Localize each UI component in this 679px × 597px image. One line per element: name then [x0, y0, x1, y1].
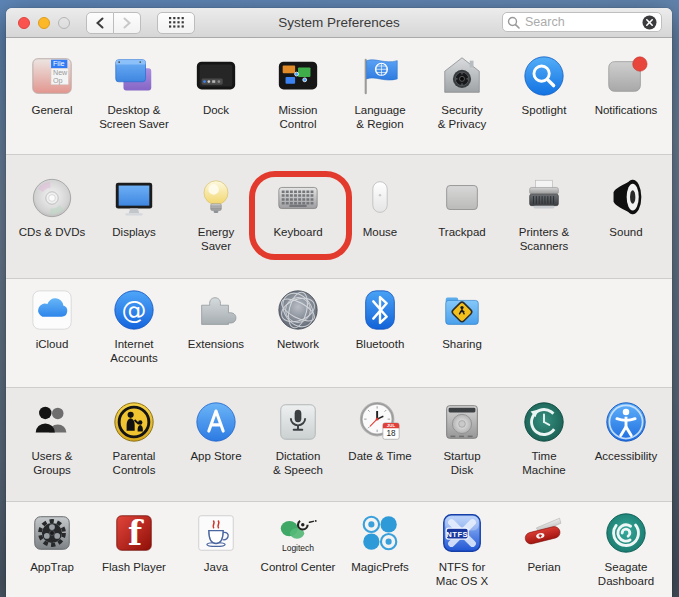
pref-item-label: Displays — [112, 225, 155, 239]
search-field[interactable] — [502, 12, 662, 32]
pref-item-perian[interactable]: Perian — [503, 508, 585, 593]
pref-item-desktop-screen-saver[interactable]: Desktop & Screen Saver — [93, 51, 175, 154]
app-store-icon — [193, 397, 239, 447]
pref-item-date-time[interactable]: JUL 18 Date & Time — [339, 397, 421, 501]
pref-item-keyboard[interactable]: Keyboard — [257, 173, 339, 278]
accessibility-icon — [603, 397, 649, 447]
language-region-icon — [357, 51, 403, 101]
keyboard-icon — [275, 173, 321, 223]
clear-search-icon[interactable] — [642, 15, 657, 30]
pref-item-magicprefs[interactable]: MagicPrefs — [339, 508, 421, 593]
search-icon — [507, 16, 520, 29]
flash-player-icon: f — [111, 508, 157, 558]
pref-item-displays[interactable]: Displays — [93, 173, 175, 278]
pref-item-label: Sharing — [442, 337, 482, 351]
perian-icon — [521, 508, 567, 558]
pref-item-extensions[interactable]: Extensions — [175, 285, 257, 387]
pref-item-label: Parental Controls — [113, 449, 156, 477]
pref-item-label: Control Center — [261, 560, 336, 574]
seagate-dashboard-icon — [603, 508, 649, 558]
logitech-control-center-icon: Logitech — [275, 508, 321, 558]
pref-item-cds-dvds[interactable]: CDs & DVDs — [11, 173, 93, 278]
forward-button[interactable] — [114, 12, 141, 34]
notifications-icon — [603, 51, 649, 101]
pref-item-dictation-speech[interactable]: Dictation & Speech — [257, 397, 339, 501]
pref-item-users-groups[interactable]: Users & Groups — [11, 397, 93, 501]
pref-item-label: Users & Groups — [32, 449, 73, 477]
pref-item-printers-scanners[interactable]: Printers & Scanners — [503, 173, 585, 278]
icloud-icon — [29, 285, 75, 335]
svg-text:NTFS: NTFS — [446, 530, 468, 539]
pref-item-label: Language & Region — [354, 103, 405, 131]
dock-icon — [193, 51, 239, 101]
pref-item-network[interactable]: Network — [257, 285, 339, 387]
sound-icon — [603, 173, 649, 223]
pref-item-dock[interactable]: Dock — [175, 51, 257, 154]
pref-item-seagate-dashboard[interactable]: Seagate Dashboard — [585, 508, 667, 593]
pref-item-label: Trackpad — [438, 225, 486, 239]
pref-item-ntfs-for-mac[interactable]: NTFS NTFS for Mac OS X — [421, 508, 503, 593]
pref-item-label: Keyboard — [273, 225, 322, 239]
pref-item-flash-player[interactable]: f Flash Player — [93, 508, 175, 593]
pref-item-java[interactable]: Java — [175, 508, 257, 593]
pref-item-label: Bluetooth — [356, 337, 405, 351]
pref-item-accessibility[interactable]: Accessibility — [585, 397, 667, 501]
pref-item-label: Flash Player — [102, 560, 166, 574]
date-time-icon: JUL 18 — [357, 397, 403, 447]
pref-item-sharing[interactable]: Sharing — [421, 285, 503, 387]
pref-item-trackpad[interactable]: Trackpad — [421, 173, 503, 278]
pref-item-bluetooth[interactable]: Bluetooth — [339, 285, 421, 387]
pref-item-label: App Store — [190, 449, 241, 463]
pref-item-general[interactable]: File New Op General — [11, 51, 93, 154]
pref-item-parental-controls[interactable]: Parental Controls — [93, 397, 175, 501]
minimize-button[interactable] — [38, 17, 50, 29]
pref-item-label: AppTrap — [30, 560, 74, 574]
pref-item-time-machine[interactable]: Time Machine — [503, 397, 585, 501]
printers-scanners-icon — [521, 173, 567, 223]
pref-item-apptrap[interactable]: AppTrap — [11, 508, 93, 593]
pref-item-icloud[interactable]: iCloud — [11, 285, 93, 387]
displays-icon — [111, 173, 157, 223]
pref-item-label: Printers & Scanners — [519, 225, 570, 253]
pref-item-energy-saver[interactable]: Energy Saver — [175, 173, 257, 278]
show-all-button[interactable] — [157, 12, 195, 34]
dictation-speech-icon — [275, 397, 321, 447]
sharing-icon — [439, 285, 485, 335]
logitech-brand-text: Logitech — [282, 544, 314, 553]
pref-item-notifications[interactable]: Notifications — [585, 51, 667, 154]
pref-item-startup-disk[interactable]: Startup Disk — [421, 397, 503, 501]
pref-item-language-region[interactable]: Language & Region — [339, 51, 421, 154]
pref-item-sound[interactable]: Sound — [585, 173, 667, 278]
pref-item-internet-accounts[interactable]: @ Internet Accounts — [93, 285, 175, 387]
pref-item-label: CDs & DVDs — [19, 225, 85, 239]
pref-item-label: Extensions — [188, 337, 244, 351]
pref-item-spotlight[interactable]: Spotlight — [503, 51, 585, 154]
chevron-left-icon — [95, 17, 105, 29]
pref-item-label: Startup Disk — [443, 449, 480, 477]
pref-item-label: Network — [277, 337, 319, 351]
svg-text:18: 18 — [386, 429, 396, 438]
time-machine-icon — [521, 397, 567, 447]
close-button[interactable] — [18, 17, 30, 29]
pref-item-mouse[interactable]: Mouse — [339, 173, 421, 278]
pref-item-label: MagicPrefs — [351, 560, 409, 574]
pref-item-label: Accessibility — [595, 449, 658, 463]
svg-text:File: File — [53, 60, 65, 68]
svg-text:f: f — [128, 514, 144, 553]
back-button[interactable] — [86, 12, 114, 34]
pref-item-label: Security & Privacy — [438, 103, 487, 131]
cds-dvds-icon — [29, 173, 75, 223]
pref-item-mission-control[interactable]: Mission Control — [257, 51, 339, 154]
pref-item-security-privacy[interactable]: Security & Privacy — [421, 51, 503, 154]
window-controls — [18, 17, 70, 29]
startup-disk-icon — [439, 397, 485, 447]
mission-control-icon — [275, 51, 321, 101]
pref-item-label: Perian — [527, 560, 560, 574]
apptrap-icon — [29, 508, 75, 558]
internet-accounts-icon: @ — [111, 285, 157, 335]
pref-item-logitech-control-center[interactable]: Logitech Control Center — [257, 508, 339, 593]
pref-item-app-store[interactable]: App Store — [175, 397, 257, 501]
pref-item-label: Time Machine — [522, 449, 565, 477]
search-input[interactable] — [523, 14, 642, 30]
pref-item-label: Java — [204, 560, 228, 574]
